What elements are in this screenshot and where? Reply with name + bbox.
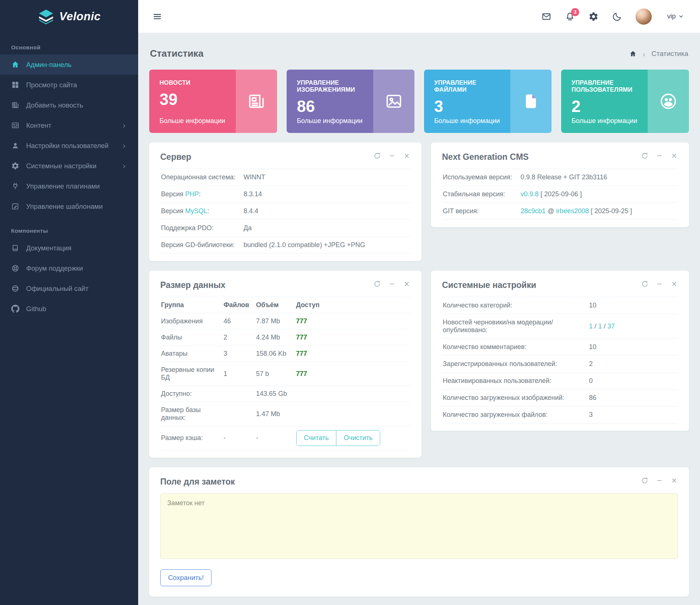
settings-button[interactable] xyxy=(588,11,599,22)
collapse-icon[interactable] xyxy=(388,152,396,161)
sidebar-item-plugins[interactable]: Управление плагинами xyxy=(0,176,138,196)
stat-card-news: НОВОСТИ 39 Больше информации xyxy=(149,70,277,133)
globe-icon xyxy=(11,284,20,293)
notes-card: Поле для заметок Заметок нет Сохранить! xyxy=(149,467,689,597)
theme-toggle-button[interactable] xyxy=(612,11,622,22)
sidebar-item-content[interactable]: Контент xyxy=(0,115,138,136)
stat-more-link[interactable]: Больше информации xyxy=(297,117,363,125)
brand-logo[interactable]: Velonic xyxy=(0,0,138,33)
php-link[interactable]: PHP xyxy=(185,190,199,198)
gear-icon xyxy=(11,162,20,170)
moderation-link[interactable]: 1 xyxy=(598,323,602,330)
table-row: Поддежрка PDO: Да xyxy=(160,220,410,237)
refresh-icon[interactable] xyxy=(641,152,648,161)
sidebar-item-documentation[interactable]: Документация xyxy=(0,238,138,258)
collapse-icon[interactable] xyxy=(656,280,663,289)
messages-button[interactable] xyxy=(541,11,552,22)
user-icon xyxy=(11,141,20,150)
card-title: Поле для заметок xyxy=(160,477,235,487)
save-button[interactable]: Сохранить! xyxy=(160,569,211,586)
drafts-link[interactable]: 1 xyxy=(589,323,593,330)
sidebar: Velonic Основной Админ-панель Просмотр с… xyxy=(0,0,138,605)
refresh-icon[interactable] xyxy=(641,280,648,289)
table-row: Версия PHP: 8.3.14 xyxy=(160,186,410,203)
table-row: Операционная система: WINNT xyxy=(160,169,410,186)
chevron-down-icon xyxy=(678,14,684,19)
velonic-logo-icon xyxy=(38,9,55,24)
table-row: Количество загруженных файлов: 3 xyxy=(442,407,678,423)
sidebar-item-github[interactable]: Github xyxy=(0,299,138,319)
lifebuoy-icon xyxy=(11,264,20,272)
collapse-icon[interactable] xyxy=(656,477,663,485)
git-author-link[interactable]: irbees2008 xyxy=(556,207,589,215)
topbar: 3 vip xyxy=(138,0,700,33)
sidebar-item-templates[interactable]: Управление шаблонами xyxy=(0,196,138,217)
chevron-right-icon xyxy=(121,123,127,129)
grid-icon xyxy=(11,81,20,89)
table-header-row: Группа Файлов Объём Доступ xyxy=(160,297,410,313)
table-row: Размер базы данных: 1.47 Mb xyxy=(160,402,410,426)
refresh-icon[interactable] xyxy=(374,152,381,161)
sidebar-item-admin-panel[interactable]: Админ-панель xyxy=(0,54,138,75)
close-icon[interactable] xyxy=(671,280,678,289)
close-icon[interactable] xyxy=(671,477,678,485)
card-title: Next Generation CMS xyxy=(442,152,529,162)
table-row: Версия GD-библиотеки: bundled (2.1.0 com… xyxy=(160,237,410,254)
collapse-icon[interactable] xyxy=(656,152,663,161)
card-title: Размер данных xyxy=(160,280,225,290)
close-icon[interactable] xyxy=(671,152,678,161)
home-icon xyxy=(11,60,20,69)
refresh-icon[interactable] xyxy=(374,280,381,289)
user-menu[interactable]: vip xyxy=(665,12,686,21)
sidebar-item-user-settings[interactable]: Настройки пользователей xyxy=(0,136,138,156)
git-commit-link[interactable]: 28c9cb1 xyxy=(521,207,546,215)
stable-version-link[interactable]: v0.9.8 xyxy=(521,190,539,198)
stat-more-link[interactable]: Больше информации xyxy=(160,117,225,125)
newspaper-icon xyxy=(236,70,277,133)
published-link[interactable]: 37 xyxy=(608,323,615,330)
data-size-card: Размер данных Группа Файлов Объём Дост xyxy=(149,271,421,458)
table-row: Количество загруженных изображений: 86 xyxy=(442,390,678,407)
table-row: Новостей черновики/на модерации/опублико… xyxy=(442,314,678,339)
table-row: Изображения 46 7.87 Mb 777 xyxy=(160,313,410,330)
chevron-right-icon xyxy=(641,51,647,56)
close-icon[interactable] xyxy=(403,280,410,289)
sidebar-item-support-forum[interactable]: Форум поддержки xyxy=(0,258,138,278)
breadcrumb: Статистика xyxy=(629,50,688,58)
sidebar-item-view-site[interactable]: Просмотр сайта xyxy=(0,75,138,95)
stat-value: 3 xyxy=(434,98,500,115)
sidebar-section-components: Компоненты xyxy=(0,217,138,238)
table-row: Файлы 2 4.24 Mb 777 xyxy=(160,330,410,346)
cache-count-button[interactable]: Считать xyxy=(297,430,336,446)
table-row: Размер кэша: - - Считать Очистить xyxy=(160,426,410,450)
mysql-link[interactable]: MySQL xyxy=(185,207,207,215)
stat-more-link[interactable]: Больше информации xyxy=(571,117,637,125)
notifications-button[interactable]: 3 xyxy=(565,11,575,22)
sidebar-item-system-settings[interactable]: Системные настройки xyxy=(0,156,138,176)
notes-textarea[interactable]: Заметок нет xyxy=(160,493,678,559)
main-area: 3 vip Статистика Статистика xyxy=(138,0,700,605)
cms-card: Next Generation CMS Используемая версия:… xyxy=(431,143,689,227)
newspaper-icon xyxy=(11,101,20,109)
topbar-actions: 3 vip xyxy=(541,8,686,25)
table-row: Используемая версия: 0.9.8 Release + GIT… xyxy=(442,169,678,186)
home-icon[interactable] xyxy=(629,50,637,57)
cache-clear-button[interactable]: Очистить xyxy=(336,430,380,446)
github-icon xyxy=(11,305,20,313)
menu-toggle-button[interactable] xyxy=(152,11,162,22)
server-card: Сервер Операционная система: WINNT xyxy=(149,143,421,261)
sidebar-item-official-site[interactable]: Официальный сайт xyxy=(0,278,138,299)
edit-square-icon xyxy=(11,202,20,211)
close-icon[interactable] xyxy=(403,152,410,161)
stat-title: УПРАВЛЕНИЕ ИЗОБРАЖЕНИЯМИ xyxy=(297,79,363,93)
table-row: Зарегистрированных пользователей: 2 xyxy=(442,356,678,373)
card-actions xyxy=(641,477,678,485)
collapse-icon[interactable] xyxy=(388,280,396,289)
image-icon xyxy=(373,70,414,133)
table-row: Количество категорий: 10 xyxy=(442,297,678,314)
stat-value: 39 xyxy=(160,91,225,108)
sidebar-item-add-news[interactable]: Добавить новость xyxy=(0,95,138,115)
stat-more-link[interactable]: Больше информации xyxy=(434,117,500,125)
avatar[interactable] xyxy=(636,8,652,25)
refresh-icon[interactable] xyxy=(641,477,648,485)
